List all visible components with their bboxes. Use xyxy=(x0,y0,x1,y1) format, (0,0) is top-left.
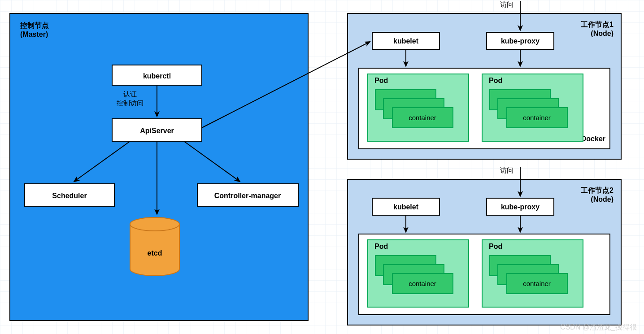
pod-1b-label: Pod xyxy=(489,77,502,84)
svg-point-4 xyxy=(130,217,179,231)
etcd-cylinder xyxy=(130,217,179,276)
controller-label: Controller-manager xyxy=(214,192,281,200)
etcd-label: etcd xyxy=(148,249,162,257)
kubelet-label-2: kubelet xyxy=(393,203,419,211)
kuberctl-label: kuberctl xyxy=(143,72,171,80)
kubeproxy-label-1: kube-proxy xyxy=(501,37,540,45)
auth-line1: 认证 xyxy=(123,90,137,98)
scheduler-label: Scheduler xyxy=(52,192,87,200)
node2-title-2: (Node) xyxy=(591,195,614,203)
container-1b-label: container xyxy=(523,114,551,121)
kubeproxy-label-2: kube-proxy xyxy=(501,203,540,211)
node1-title-2: (Node) xyxy=(591,30,614,37)
auth-line2: 控制访问 xyxy=(117,99,144,107)
access-2: 访问 xyxy=(500,166,513,174)
container-1a-label: container xyxy=(409,114,436,121)
container-2b-label: container xyxy=(523,280,551,287)
access-1: 访问 xyxy=(500,0,513,8)
master-title-2: (Master) xyxy=(20,30,48,38)
kubelet-label-1: kubelet xyxy=(393,37,419,45)
container-2a-label: container xyxy=(409,280,436,287)
pod-1a-label: Pod xyxy=(374,77,388,84)
apiserver-label: ApiServer xyxy=(140,127,174,134)
node1-title-1: 工作节点1 xyxy=(580,21,614,29)
pod-2a-label: Pod xyxy=(374,243,388,250)
node2-title-1: 工作节点2 xyxy=(580,187,614,195)
watermark: CSDN @渣渣龙_拽得很 xyxy=(560,323,637,331)
docker-label-1: Docker xyxy=(581,135,605,143)
pod-2b-label: Pod xyxy=(489,243,502,250)
master-title-1: 控制节点 xyxy=(20,22,49,30)
